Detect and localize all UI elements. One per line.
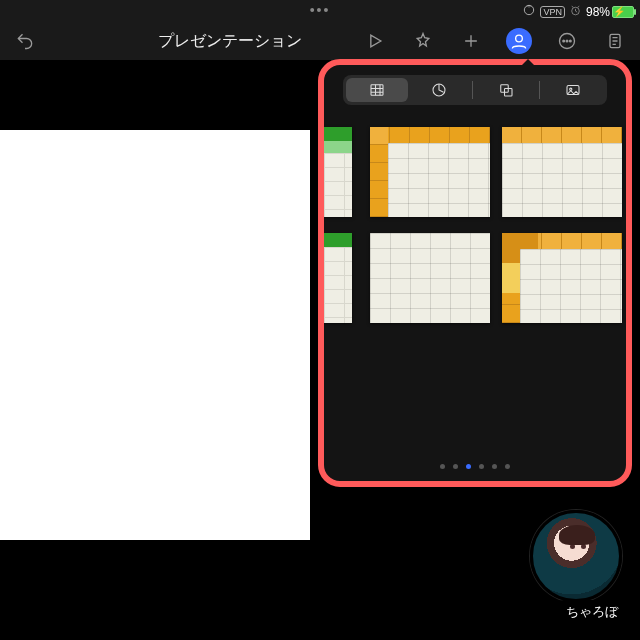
battery-icon: ⚡ bbox=[612, 6, 634, 18]
status-bar: VPN 98% ⚡ bbox=[522, 3, 634, 20]
table-style-option[interactable] bbox=[324, 233, 352, 323]
svg-point-5 bbox=[566, 40, 568, 42]
tab-tables[interactable] bbox=[346, 78, 408, 102]
more-button[interactable] bbox=[554, 28, 580, 54]
tab-shapes[interactable] bbox=[475, 78, 537, 102]
svg-point-4 bbox=[563, 40, 565, 42]
author-name: ちゃろぼ bbox=[554, 600, 630, 624]
table-style-option[interactable] bbox=[370, 233, 490, 323]
svg-point-6 bbox=[570, 40, 572, 42]
multitask-dots[interactable]: ••• bbox=[310, 2, 331, 18]
popover-arrow bbox=[520, 59, 536, 67]
tab-charts[interactable] bbox=[408, 78, 470, 102]
author-avatar[interactable] bbox=[530, 510, 622, 602]
undo-button[interactable] bbox=[12, 28, 38, 54]
add-button[interactable] bbox=[458, 28, 484, 54]
vpn-badge: VPN bbox=[540, 6, 565, 18]
tab-divider bbox=[539, 81, 540, 99]
battery-status: 98% ⚡ bbox=[586, 5, 634, 19]
play-button[interactable] bbox=[362, 28, 388, 54]
document-title[interactable]: プレゼンテーション bbox=[158, 31, 302, 52]
battery-percent: 98% bbox=[586, 5, 610, 19]
table-style-option[interactable] bbox=[502, 233, 622, 323]
tab-media[interactable] bbox=[542, 78, 604, 102]
slide-canvas[interactable] bbox=[0, 130, 310, 540]
alarm-icon bbox=[569, 4, 582, 20]
svg-rect-8 bbox=[371, 85, 383, 96]
table-styles-grid bbox=[324, 113, 626, 445]
table-style-option[interactable] bbox=[502, 127, 622, 217]
toolbar: プレゼンテーション bbox=[0, 22, 640, 60]
svg-point-2 bbox=[516, 35, 523, 42]
popover-tabs bbox=[343, 75, 607, 105]
page-indicator[interactable] bbox=[440, 464, 510, 469]
table-style-option[interactable] bbox=[370, 127, 490, 217]
orientation-lock-icon bbox=[522, 3, 536, 20]
collaborate-button[interactable] bbox=[506, 28, 532, 54]
insert-popover bbox=[318, 59, 632, 487]
animate-button[interactable] bbox=[410, 28, 436, 54]
document-settings-button[interactable] bbox=[602, 28, 628, 54]
tab-divider bbox=[472, 81, 473, 99]
table-style-option[interactable] bbox=[324, 127, 352, 217]
